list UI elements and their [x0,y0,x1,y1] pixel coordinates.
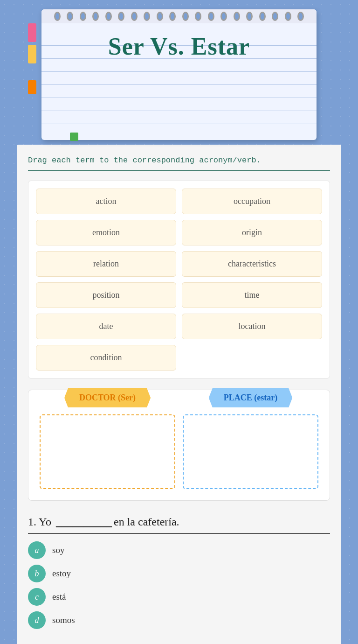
place-zone-wrapper: PLACE (estar) [179,398,322,493]
terms-grid: action occupation emotion origin relatio… [28,181,330,378]
badge-c: c [28,588,46,606]
place-label-wrapper: PLACE (estar) [209,388,292,407]
question-blank: __________ [56,516,112,528]
ring [234,12,240,21]
tab-pink [28,23,36,42]
answer-b[interactable]: b estoy [28,565,330,582]
notebook-tabs [28,23,36,94]
answer-d[interactable]: d somos [28,611,330,629]
ring [272,12,278,21]
ring [118,12,124,21]
term-date[interactable]: date [36,314,176,339]
tab-yellow [28,45,36,63]
term-condition[interactable]: condition [36,345,176,371]
term-emotion[interactable]: emotion [36,220,176,245]
ring [208,12,214,21]
badge-b: b [28,565,46,582]
answer-c[interactable]: c está [28,588,330,606]
ring [92,12,99,21]
term-time[interactable]: time [182,282,322,308]
page-title: Ser Vs. Estar [55,23,303,60]
notebook-rings [41,9,317,23]
ring [182,12,189,21]
term-location[interactable]: location [182,314,322,339]
answer-b-text: estoy [52,568,71,579]
ring [259,12,266,21]
question-suffix: en la cafetería. [114,516,179,528]
ring [105,12,112,21]
answer-c-text: está [52,592,66,602]
main-content: Drag each term to the corresponding acro… [17,145,341,644]
doctor-drop-zone[interactable] [40,414,175,489]
question-number: 1. [28,516,36,528]
ring [67,12,73,21]
tab-orange [28,80,36,94]
doctor-label-wrapper: DOCTOR (Ser) [64,388,151,407]
term-relation[interactable]: relation [36,251,176,277]
ring [285,12,291,21]
header-section: Ser Vs. Estar [0,0,358,145]
term-characteristics[interactable]: characteristics [182,251,322,277]
ring [131,12,138,21]
answer-a-text: soy [52,545,64,555]
answer-d-text: somos [52,615,75,625]
badge-a: a [28,541,46,559]
drop-zones-container: DOCTOR (Ser) PLACE (estar) [28,390,330,501]
ring [157,12,163,21]
badge-d: d [28,611,46,629]
notebook: Ser Vs. Estar [41,9,317,140]
ring [195,12,201,21]
ring [297,12,304,21]
doctor-ribbon: DOCTOR (Ser) [64,388,151,407]
doctor-zone-wrapper: DOCTOR (Ser) [36,398,179,493]
place-drop-zone[interactable] [183,414,318,489]
ring [144,12,150,21]
tab-green [70,133,78,141]
term-position[interactable]: position [36,282,176,308]
instruction-text: Drag each term to the corresponding acro… [28,156,330,171]
term-occupation[interactable]: occupation [182,189,322,214]
question-prefix: Yo [39,516,54,528]
ring [220,12,227,21]
question-section: 1. Yo __________en la cafetería. a soy b… [28,516,330,629]
term-action[interactable]: action [36,189,176,214]
place-ribbon: PLACE (estar) [209,388,292,407]
answer-a[interactable]: a soy [28,541,330,559]
ring [54,12,61,21]
question-title: 1. Yo __________en la cafetería. [28,516,330,534]
ring [80,12,86,21]
ring [169,12,176,21]
ring [246,12,253,21]
term-origin[interactable]: origin [182,220,322,245]
